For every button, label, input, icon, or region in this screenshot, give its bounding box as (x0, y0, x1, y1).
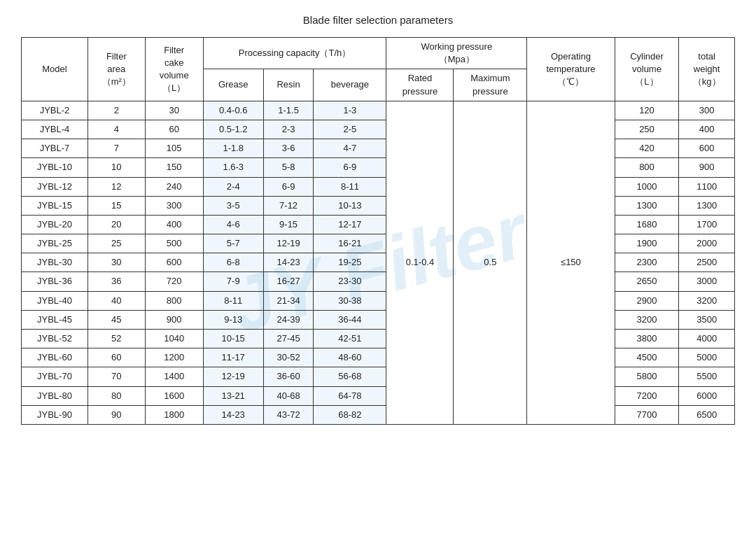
cell-total-weight: 900 (679, 158, 735, 177)
cell-beverage: 68-82 (314, 405, 386, 424)
cell-grease: 7-9 (203, 272, 263, 291)
cell-grease: 1.6-3 (203, 158, 263, 177)
cell-beverage: 16-21 (314, 234, 386, 253)
cell-area: 80 (88, 386, 145, 405)
cell-cylinder-volume: 800 (615, 158, 679, 177)
cell-beverage: 6-9 (314, 158, 386, 177)
cell-beverage: 1-3 (314, 101, 386, 120)
cell-model: JYBL-15 (22, 196, 88, 215)
cell-resin: 21-34 (263, 291, 314, 310)
cell-total-weight: 2000 (679, 234, 735, 253)
cell-cake: 60 (145, 120, 203, 139)
cell-model: JYBL-80 (22, 386, 88, 405)
cell-beverage: 12-17 (314, 215, 386, 234)
cell-cylinder-volume: 1000 (615, 177, 679, 196)
header-cylinder-volume: Cylindervolume（L） (615, 38, 679, 101)
header-total-weight: totalweight（kg） (679, 38, 735, 101)
cell-cylinder-volume: 420 (615, 139, 679, 158)
cell-beverage: 30-38 (314, 291, 386, 310)
cell-grease: 12-19 (203, 367, 263, 386)
cell-resin: 3-6 (263, 139, 314, 158)
cell-cylinder-volume: 1900 (615, 234, 679, 253)
header-resin: Resin (263, 69, 314, 101)
cell-area: 30 (88, 253, 145, 272)
cell-cake: 1400 (145, 367, 203, 386)
cell-cylinder-volume: 2650 (615, 272, 679, 291)
cell-total-weight: 300 (679, 101, 735, 120)
cell-cake: 240 (145, 177, 203, 196)
cell-beverage: 64-78 (314, 386, 386, 405)
cell-area: 40 (88, 291, 145, 310)
cell-cylinder-volume: 2300 (615, 253, 679, 272)
cell-resin: 14-23 (263, 253, 314, 272)
cell-resin: 43-72 (263, 405, 314, 424)
header-filter-cake: Filtercakevolume（L） (145, 38, 203, 101)
cell-beverage: 42-51 (314, 330, 386, 348)
cell-beverage: 23-30 (314, 272, 386, 291)
cell-model: JYBL-4 (22, 120, 88, 139)
cell-cake: 600 (145, 253, 203, 272)
cell-model: JYBL-40 (22, 291, 88, 310)
cell-resin: 12-19 (263, 234, 314, 253)
cell-beverage: 10-13 (314, 196, 386, 215)
header-working-pressure: Working pressure（Mpa） (386, 38, 527, 69)
cell-total-weight: 5500 (679, 367, 735, 386)
cell-grease: 10-15 (203, 330, 263, 348)
cell-area: 70 (88, 367, 145, 386)
cell-grease: 9-13 (203, 310, 263, 329)
cell-resin: 5-8 (263, 158, 314, 177)
cell-total-weight: 3500 (679, 310, 735, 329)
cell-beverage: 56-68 (314, 367, 386, 386)
header-max-pressure: Maximumpressure (454, 69, 527, 101)
cell-cylinder-volume: 4500 (615, 348, 679, 367)
cell-grease: 0.4-0.6 (203, 101, 263, 120)
cell-cake: 400 (145, 215, 203, 234)
cell-beverage: 48-60 (314, 348, 386, 367)
cell-grease: 5-7 (203, 234, 263, 253)
cell-area: 90 (88, 405, 145, 424)
cell-area: 45 (88, 310, 145, 329)
cell-cylinder-volume: 3800 (615, 330, 679, 348)
cell-total-weight: 2500 (679, 253, 735, 272)
cell-cake: 1800 (145, 405, 203, 424)
cell-cylinder-volume: 1300 (615, 196, 679, 215)
cell-total-weight: 400 (679, 120, 735, 139)
header-processing: Processing capacity（T/h） (203, 38, 386, 69)
cell-resin: 6-9 (263, 177, 314, 196)
header-model: Model (22, 38, 88, 101)
cell-cylinder-volume: 3200 (615, 310, 679, 329)
cell-area: 25 (88, 234, 145, 253)
cell-total-weight: 4000 (679, 330, 735, 348)
cell-beverage: 8-11 (314, 177, 386, 196)
cell-cylinder-volume: 120 (615, 101, 679, 120)
cell-area: 15 (88, 196, 145, 215)
cell-area: 2 (88, 101, 145, 120)
cell-area: 20 (88, 215, 145, 234)
cell-cake: 150 (145, 158, 203, 177)
cell-total-weight: 5000 (679, 348, 735, 367)
cell-resin: 7-12 (263, 196, 314, 215)
cell-beverage: 2-5 (314, 120, 386, 139)
cell-model: JYBL-30 (22, 253, 88, 272)
cell-area: 4 (88, 120, 145, 139)
cell-model: JYBL-45 (22, 310, 88, 329)
cell-beverage: 4-7 (314, 139, 386, 158)
cell-total-weight: 1300 (679, 196, 735, 215)
cell-model: JYBL-2 (22, 101, 88, 120)
cell-resin: 16-27 (263, 272, 314, 291)
cell-total-weight: 6500 (679, 405, 735, 424)
cell-cylinder-volume: 7200 (615, 386, 679, 405)
header-operating-temp: Operatingtemperature（℃） (527, 38, 615, 101)
selection-table: Model Filterarea（m²） Filtercakevolume（L）… (21, 37, 735, 425)
cell-total-weight: 600 (679, 139, 735, 158)
cell-area: 52 (88, 330, 145, 348)
cell-cylinder-volume: 7700 (615, 405, 679, 424)
cell-model: JYBL-52 (22, 330, 88, 348)
header-rated-pressure: Ratedpressure (386, 69, 454, 101)
cell-grease: 14-23 (203, 405, 263, 424)
cell-cake: 105 (145, 139, 203, 158)
cell-total-weight: 3000 (679, 272, 735, 291)
cell-total-weight: 1700 (679, 215, 735, 234)
cell-area: 36 (88, 272, 145, 291)
cell-grease: 6-8 (203, 253, 263, 272)
